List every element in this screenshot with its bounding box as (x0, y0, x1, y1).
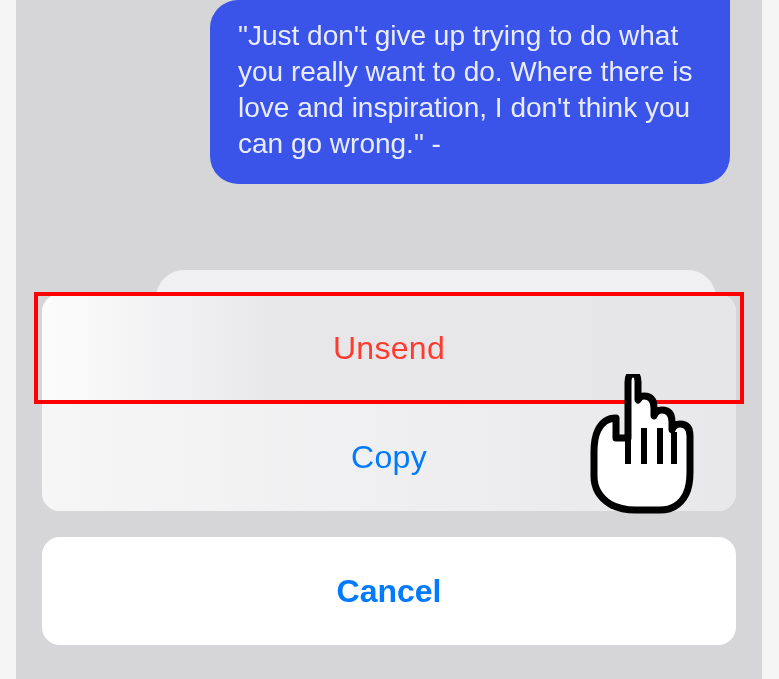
unsend-button[interactable]: Unsend (42, 294, 736, 402)
unsend-button-label: Unsend (333, 330, 445, 367)
sent-message-text: "Just don't give up trying to do what yo… (238, 20, 692, 159)
copy-button[interactable]: Copy (42, 403, 736, 511)
action-sheet-options-group: Unsend Copy (42, 294, 736, 511)
cancel-button-label: Cancel (337, 573, 442, 610)
sent-message-bubble[interactable]: "Just don't give up trying to do what yo… (210, 0, 730, 184)
action-sheet: Unsend Copy Cancel (42, 294, 736, 645)
cancel-button[interactable]: Cancel (42, 537, 736, 645)
copy-button-label: Copy (351, 439, 427, 476)
messages-viewport: "Just don't give up trying to do what yo… (16, 0, 762, 679)
